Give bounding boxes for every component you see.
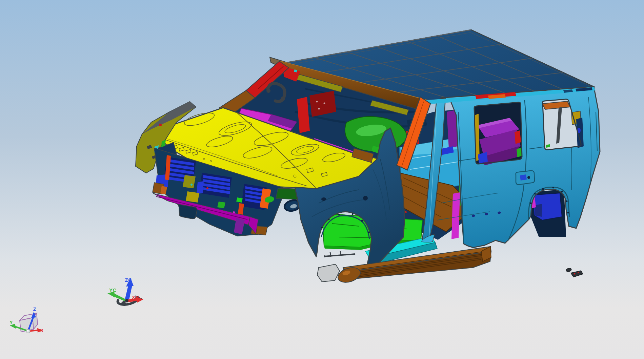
wcs-triad[interactable]: ZC YC XC — [107, 277, 143, 305]
datum-csys[interactable]: Z Y X — [9, 307, 43, 333]
rear-door-window-opening[interactable] — [474, 102, 522, 165]
wcs-y-label: YC — [109, 287, 117, 293]
wcs-x-label: XC — [132, 294, 139, 300]
wcs-z-label: ZC — [125, 277, 132, 283]
door-handle-recess[interactable] — [516, 171, 535, 185]
cad-viewport-background: ZC YC XC Z Y X — [0, 0, 644, 359]
datum-y-label: Y — [9, 320, 13, 325]
loose-part-2[interactable] — [571, 271, 583, 277]
datum-z-label: Z — [33, 307, 36, 312]
cad-3d-viewport[interactable]: ZC YC XC Z Y X — [0, 0, 644, 359]
loose-part-1[interactable] — [566, 268, 572, 272]
datum-x-label: X — [40, 328, 43, 333]
